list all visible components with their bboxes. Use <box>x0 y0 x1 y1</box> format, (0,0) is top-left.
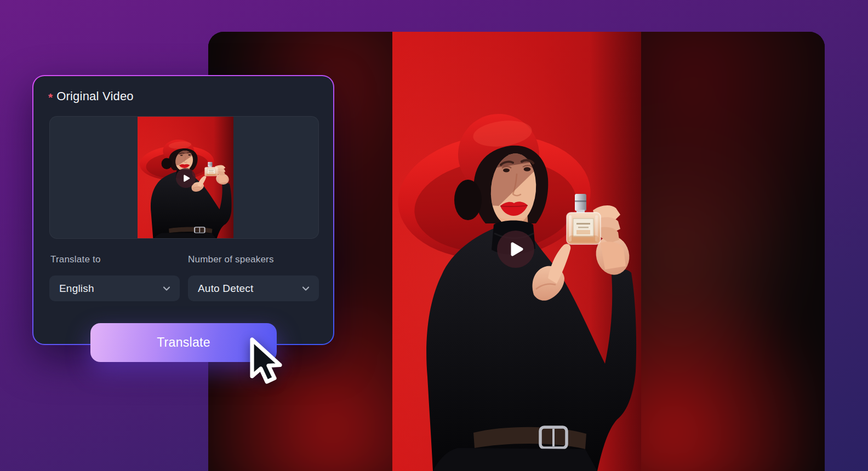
panel-header: * Original Video <box>48 89 134 104</box>
play-icon <box>182 174 190 182</box>
video-preview[interactable] <box>49 116 319 239</box>
panel-title: Original Video <box>56 89 134 104</box>
video-play-button[interactable] <box>497 231 534 268</box>
speakers-value: Auto Detect <box>198 283 253 295</box>
translate-to-select[interactable]: English <box>49 275 180 301</box>
preview-play-button[interactable] <box>176 168 196 188</box>
translate-to-label: Translate to <box>50 254 101 265</box>
chevron-down-icon <box>301 284 310 293</box>
translate-panel: * Original Video Translate to Number of … <box>32 75 334 345</box>
play-icon <box>507 241 524 257</box>
translate-to-value: English <box>59 283 94 295</box>
cursor-icon <box>244 335 287 386</box>
page-background: * Original Video Translate to Number of … <box>0 0 868 471</box>
required-icon: * <box>48 91 53 104</box>
speakers-select[interactable]: Auto Detect <box>188 275 319 301</box>
speakers-label: Number of speakers <box>188 254 274 265</box>
chevron-down-icon <box>162 284 171 293</box>
